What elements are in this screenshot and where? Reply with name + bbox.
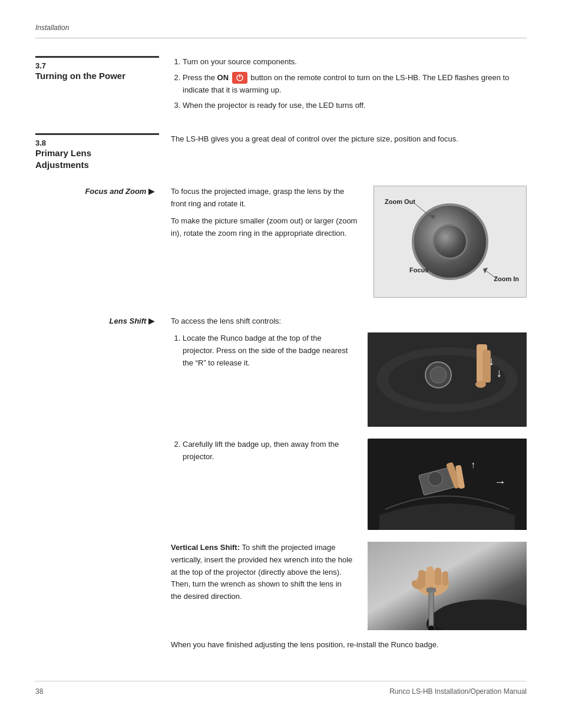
on-label: ON [217, 73, 229, 82]
svg-rect-31 [427, 566, 434, 585]
lens-diagram: Zoom Out Focus Zoom In [373, 186, 527, 298]
section-37-left: 3.7 Turning on the Power [35, 56, 171, 116]
focus-zoom-text: To focus the projected image, grasp the … [171, 186, 359, 244]
focus-zoom-left: Focus and Zoom ▶ [35, 186, 171, 298]
lens-shift-right: To access the lens shift controls: Locat… [171, 315, 527, 663]
svg-text:→: → [494, 475, 506, 488]
vertical-shift-text: Vertical Lens Shift: To shift the projec… [171, 542, 353, 608]
lens-inner-ring [432, 224, 468, 259]
section-37-heading: 3.7 Turning on the Power [35, 56, 159, 82]
vertical-shift-bold: Vertical Lens Shift: [171, 543, 240, 552]
photo-hex-wrench [368, 542, 527, 630]
section-37: 3.7 Turning on the Power To focus the pr… [35, 56, 527, 116]
section-38-heading: 3.8 Primary LensAdjustments [35, 133, 159, 170]
lens-shift-arrow: ▶ [148, 317, 154, 325]
focus-zoom-text1: To focus the projected image, grasp the … [171, 186, 359, 210]
vertical-shift-para: Vertical Lens Shift: To shift the projec… [171, 542, 353, 603]
svg-rect-32 [435, 568, 441, 585]
page-number: 38 [35, 687, 43, 696]
section-38-title: Primary LensAdjustments [35, 147, 159, 170]
section-38-intro: The LS-HB gives you a great deal of cont… [171, 133, 527, 174]
photo1-svg: ↓ ↓ [368, 332, 527, 427]
section-38-left: 3.8 Primary LensAdjustments [35, 133, 171, 174]
lens-shift-label: Lens Shift ▶ [35, 315, 159, 325]
section-37-number: 3.7 [35, 61, 159, 70]
focus-zoom-text2: To make the picture smaller (zoom out) o… [171, 215, 359, 240]
lens-shift-step2-list: Carefully lift the badge up, then away f… [171, 439, 353, 463]
lens-shift-step2-text: Carefully lift the badge up, then away f… [171, 439, 353, 467]
lens-shift-left: Lens Shift ▶ [35, 315, 171, 663]
footer-manual: Runco LS-HB Installation/Operation Manua… [389, 687, 527, 696]
section-38-number: 3.8 [35, 139, 159, 147]
focus-zoom-arrow: ▶ [148, 187, 154, 196]
focus-zoom-content: To focus the projected image, grasp the … [171, 186, 527, 298]
zoom-in-label: Zoom In [494, 275, 519, 282]
svg-text:↓: ↓ [496, 366, 502, 379]
svg-rect-35 [429, 588, 434, 629]
section-37-title: Turning on the Power [35, 70, 159, 82]
section-38: 3.8 Primary LensAdjustments The LS-HB gi… [35, 133, 527, 663]
svg-point-12 [430, 367, 447, 383]
sub-section-lens-shift: Lens Shift ▶ To access the lens shift co… [35, 315, 527, 663]
lens-shift-steps: Locate the Runco badge at the top of the… [171, 332, 353, 369]
svg-rect-33 [442, 571, 448, 586]
focus-zoom-label: Focus and Zoom ▶ [35, 186, 159, 196]
page-header: Installation [35, 24, 527, 32]
page: Installation 3.7 Turning on the Power To… [0, 0, 562, 719]
section-37-steps: To focus the projected image, grasp the … [171, 56, 527, 112]
on-button [232, 72, 247, 84]
svg-point-37 [428, 625, 435, 630]
lens-shift-step-2: Carefully lift the badge up, then away f… [183, 439, 353, 463]
section-38-intro-text: The LS-HB gives you a great deal of cont… [171, 133, 527, 146]
section-38-header-row: 3.8 Primary LensAdjustments The LS-HB gi… [35, 133, 527, 174]
sub-section-focus-zoom: Focus and Zoom ▶ To focus the projected … [35, 186, 527, 298]
section-37-right: To focus the projected image, grasp the … [171, 56, 527, 116]
page-footer: 38 Runco LS-HB Installation/Operation Ma… [35, 681, 527, 696]
lens-shift-step2-row: Carefully lift the badge up, then away f… [171, 439, 527, 530]
lens-shift-step-1: Locate the Runco badge at the top of the… [183, 332, 353, 369]
zoom-out-label: Zoom Out [385, 198, 415, 205]
header-label: Installation [35, 24, 69, 32]
photo2-svg: → ↑ [368, 439, 527, 530]
focus-zoom-right: To focus the projected image, grasp the … [171, 186, 527, 298]
step-1: To focus the projected image, grasp the … [183, 56, 527, 68]
svg-text:↑: ↑ [471, 460, 475, 470]
step-2: Press the ON button on the remote contro… [183, 72, 527, 97]
svg-point-15 [475, 381, 486, 388]
photo-badge-lift: → ↑ [368, 439, 527, 530]
svg-rect-36 [427, 588, 436, 592]
lens-shift-step1-row: Locate the Runco badge at the top of the… [171, 332, 527, 427]
vertical-shift-row: Vertical Lens Shift: To shift the projec… [171, 542, 527, 630]
lens-shift-step1-text: Locate the Runco badge at the top of the… [171, 332, 353, 373]
photo3-svg [368, 542, 527, 630]
power-icon [236, 74, 244, 82]
svg-marker-7 [483, 268, 488, 274]
lens-shift-intro: To access the lens shift controls: [171, 315, 527, 328]
svg-text:↓: ↓ [488, 354, 494, 367]
finishing-text: When you have finished adjusting the len… [171, 639, 527, 651]
step-3: When the projector is ready for use, the… [183, 100, 527, 112]
photo-badge-press: ↓ ↓ [368, 332, 527, 427]
top-rule [35, 38, 527, 38]
focus-label: Focus [409, 266, 428, 274]
